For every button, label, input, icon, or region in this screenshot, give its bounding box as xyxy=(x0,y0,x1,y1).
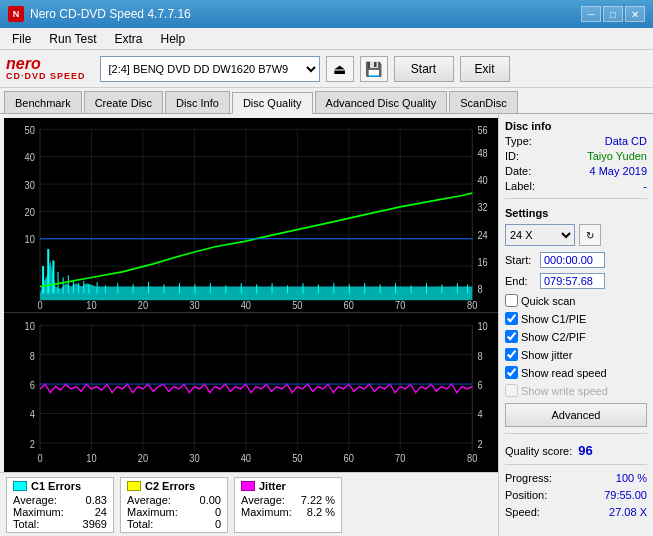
svg-rect-52 xyxy=(133,284,134,293)
show-write-speed-row: Show write speed xyxy=(505,384,647,397)
nero-logo-top: nero xyxy=(6,56,41,72)
svg-text:50: 50 xyxy=(25,125,36,137)
svg-text:70: 70 xyxy=(395,300,406,312)
svg-rect-72 xyxy=(441,284,442,293)
eject-button[interactable]: ⏏ xyxy=(326,56,354,82)
exit-button[interactable]: Exit xyxy=(460,56,510,82)
svg-rect-74 xyxy=(467,284,468,293)
svg-text:70: 70 xyxy=(395,452,406,464)
titlebar-title: Nero CD-DVD Speed 4.7.7.16 xyxy=(30,7,191,21)
show-read-speed-row: Show read speed xyxy=(505,366,647,379)
settings-title: Settings xyxy=(505,207,647,219)
tab-advanced-disc-quality[interactable]: Advanced Disc Quality xyxy=(315,91,448,113)
svg-rect-60 xyxy=(256,284,257,293)
svg-text:40: 40 xyxy=(241,300,252,312)
svg-rect-40 xyxy=(47,249,49,293)
tab-benchmark[interactable]: Benchmark xyxy=(4,91,82,113)
nero-logo-bottom: CD·DVD SPEED xyxy=(6,72,86,81)
svg-rect-45 xyxy=(73,280,74,294)
close-button[interactable]: ✕ xyxy=(625,6,645,22)
speed-info-row: Speed: 27.08 X xyxy=(505,506,647,518)
save-button[interactable]: 💾 xyxy=(360,56,388,82)
svg-text:30: 30 xyxy=(25,179,36,191)
disc-date-label: Date: xyxy=(505,165,531,177)
svg-rect-56 xyxy=(194,284,195,293)
svg-rect-59 xyxy=(241,283,242,293)
svg-rect-41 xyxy=(52,260,54,293)
show-jitter-row: Show jitter xyxy=(505,348,647,361)
charts-container: 50 40 30 20 10 56 48 40 32 24 16 8 0 xyxy=(4,118,498,472)
jitter-max-value: 8.2 % xyxy=(307,506,335,518)
quick-scan-label: Quick scan xyxy=(521,295,575,307)
jitter-avg-value: 7.22 % xyxy=(301,494,335,506)
svg-rect-53 xyxy=(148,282,149,293)
menu-help[interactable]: Help xyxy=(153,30,194,48)
c1-avg-label: Average: xyxy=(13,494,57,506)
c1-avg-value: 0.83 xyxy=(86,494,107,506)
menu-extra[interactable]: Extra xyxy=(106,30,150,48)
svg-text:40: 40 xyxy=(25,152,36,164)
svg-rect-57 xyxy=(210,283,211,293)
show-jitter-checkbox[interactable] xyxy=(505,348,518,361)
svg-text:10: 10 xyxy=(25,234,36,246)
progress-label: Progress: xyxy=(505,472,552,484)
tab-disc-quality[interactable]: Disc Quality xyxy=(232,92,313,114)
c2-color-box xyxy=(127,481,141,491)
svg-rect-43 xyxy=(63,278,64,294)
quick-scan-checkbox[interactable] xyxy=(505,294,518,307)
tab-create-disc[interactable]: Create Disc xyxy=(84,91,163,113)
drive-select[interactable]: [2:4] BENQ DVD DD DW1620 B7W9 xyxy=(100,56,320,82)
disc-id-row: ID: Taiyo Yuden xyxy=(505,150,647,162)
menu-file[interactable]: File xyxy=(4,30,39,48)
minimize-button[interactable]: ─ xyxy=(581,6,601,22)
svg-text:60: 60 xyxy=(344,452,355,464)
svg-rect-65 xyxy=(333,283,334,293)
svg-text:60: 60 xyxy=(344,300,355,312)
svg-text:20: 20 xyxy=(138,300,149,312)
speed-select[interactable]: 24 X xyxy=(505,224,575,246)
svg-text:20: 20 xyxy=(138,452,149,464)
show-c2pif-checkbox[interactable] xyxy=(505,330,518,343)
c1-label: C1 Errors xyxy=(31,480,81,492)
start-time-label: Start: xyxy=(505,254,540,266)
svg-text:56: 56 xyxy=(477,125,487,137)
svg-rect-69 xyxy=(395,283,396,293)
show-c2pif-label: Show C2/PIF xyxy=(521,331,586,343)
disc-id-label: ID: xyxy=(505,150,519,162)
svg-text:0: 0 xyxy=(37,300,43,312)
quality-score-value: 96 xyxy=(578,443,592,458)
info-panel: Disc info Type: Data CD ID: Taiyo Yuden … xyxy=(498,114,653,536)
svg-text:10: 10 xyxy=(25,320,36,332)
disc-id-value: Taiyo Yuden xyxy=(587,150,647,162)
c2-total-label: Total: xyxy=(127,518,153,530)
c2-label: C2 Errors xyxy=(145,480,195,492)
start-button[interactable]: Start xyxy=(394,56,454,82)
show-c1pie-checkbox[interactable] xyxy=(505,312,518,325)
advanced-button[interactable]: Advanced xyxy=(505,403,647,427)
show-read-speed-checkbox[interactable] xyxy=(505,366,518,379)
c1-total-value: 3969 xyxy=(83,518,107,530)
svg-rect-58 xyxy=(225,285,226,293)
toolbar: nero CD·DVD SPEED [2:4] BENQ DVD DD DW16… xyxy=(0,50,653,88)
quality-score-row: Quality score: 96 xyxy=(505,443,647,458)
svg-rect-67 xyxy=(364,283,365,293)
svg-text:30: 30 xyxy=(189,452,200,464)
svg-rect-64 xyxy=(318,284,319,293)
svg-rect-39 xyxy=(42,266,44,293)
tab-scandisc[interactable]: ScanDisc xyxy=(449,91,517,113)
disc-type-label: Type: xyxy=(505,135,532,147)
svg-text:8: 8 xyxy=(30,350,35,362)
c1-header: C1 Errors xyxy=(13,480,107,492)
refresh-button[interactable]: ↻ xyxy=(579,224,601,246)
jitter-color-box xyxy=(241,481,255,491)
tab-disc-info[interactable]: Disc Info xyxy=(165,91,230,113)
disc-date-value: 4 May 2019 xyxy=(590,165,647,177)
c2-max-value: 0 xyxy=(215,506,221,518)
svg-rect-66 xyxy=(349,284,350,293)
maximize-button[interactable]: □ xyxy=(603,6,623,22)
svg-rect-62 xyxy=(287,285,288,293)
menu-runtest[interactable]: Run Test xyxy=(41,30,104,48)
svg-rect-54 xyxy=(164,284,165,293)
svg-text:10: 10 xyxy=(86,452,97,464)
c1-color-box xyxy=(13,481,27,491)
